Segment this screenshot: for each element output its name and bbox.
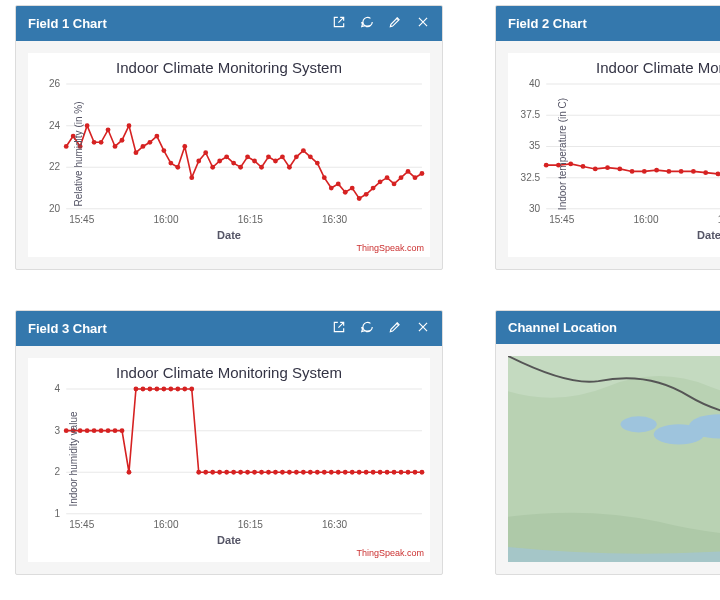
- svg-point-87: [654, 168, 659, 173]
- svg-point-158: [329, 470, 334, 475]
- svg-point-28: [175, 165, 180, 170]
- svg-point-176: [621, 416, 657, 432]
- svg-point-136: [175, 387, 180, 392]
- x-axis-label: Date: [28, 229, 430, 243]
- svg-point-162: [357, 470, 362, 475]
- chart-title: Indoor Climate Monitoring System: [508, 53, 720, 78]
- svg-point-22: [134, 150, 139, 155]
- svg-point-60: [399, 175, 404, 180]
- svg-point-159: [336, 470, 341, 475]
- svg-point-61: [406, 169, 411, 174]
- edit-icon[interactable]: [388, 15, 402, 32]
- svg-text:37.5: 37.5: [521, 109, 541, 120]
- svg-point-141: [210, 470, 215, 475]
- svg-point-49: [322, 175, 327, 180]
- svg-point-91: [703, 170, 708, 175]
- comment-icon[interactable]: [360, 320, 374, 337]
- svg-point-25: [154, 134, 159, 139]
- map-area[interactable]: [508, 356, 720, 562]
- svg-point-12: [64, 144, 69, 149]
- svg-point-47: [308, 154, 313, 159]
- svg-point-62: [413, 175, 418, 180]
- svg-point-31: [196, 159, 201, 164]
- svg-point-174: [654, 424, 704, 444]
- svg-point-154: [301, 470, 306, 475]
- svg-text:16:00: 16:00: [153, 214, 179, 225]
- svg-point-129: [127, 470, 132, 475]
- svg-point-153: [294, 470, 299, 475]
- panel-body-field3: Indoor Climate Monitoring System Indoor …: [28, 358, 430, 562]
- svg-point-55: [364, 192, 369, 197]
- svg-point-24: [147, 140, 152, 145]
- svg-point-44: [287, 165, 292, 170]
- popout-icon[interactable]: [332, 320, 346, 337]
- popout-icon[interactable]: [332, 15, 346, 32]
- comment-icon[interactable]: [360, 15, 374, 32]
- svg-point-53: [350, 186, 355, 191]
- svg-text:40: 40: [529, 78, 541, 89]
- svg-point-90: [691, 169, 696, 174]
- svg-point-46: [301, 148, 306, 153]
- svg-point-123: [85, 428, 90, 433]
- line-chart-field1: 2022242615:4516:0016:1516:30: [28, 78, 430, 229]
- svg-text:15:45: 15:45: [69, 519, 95, 530]
- svg-text:32.5: 32.5: [521, 172, 541, 183]
- svg-point-145: [238, 470, 243, 475]
- svg-point-36: [231, 161, 236, 166]
- svg-point-168: [399, 470, 404, 475]
- svg-point-132: [147, 387, 152, 392]
- svg-point-29: [182, 144, 187, 149]
- svg-point-127: [113, 428, 118, 433]
- svg-point-50: [329, 186, 334, 191]
- svg-point-85: [630, 169, 635, 174]
- svg-point-161: [350, 470, 355, 475]
- edit-icon[interactable]: [388, 320, 402, 337]
- chart-area-field1: Relative humidity (in %) 2022242615:4516…: [28, 78, 430, 229]
- chart-area-field2: Indoor temperature (in C) 3032.53537.540…: [508, 78, 720, 229]
- svg-point-146: [245, 470, 250, 475]
- svg-point-23: [141, 144, 146, 149]
- svg-point-38: [245, 154, 250, 159]
- line-chart-field3: 123415:4516:0016:1516:30: [28, 383, 430, 534]
- svg-point-59: [392, 181, 397, 186]
- svg-point-35: [224, 154, 229, 159]
- svg-point-43: [280, 154, 285, 159]
- svg-point-20: [120, 138, 125, 143]
- chart-title: Indoor Climate Monitoring System: [28, 53, 430, 78]
- line-chart-field2: 3032.53537.54015:4516:0016:1516:30: [508, 78, 720, 229]
- svg-point-17: [99, 140, 104, 145]
- x-axis-label: Date: [28, 534, 430, 548]
- svg-text:15:45: 15:45: [69, 214, 95, 225]
- svg-point-39: [252, 159, 257, 164]
- chart-credit: ThingSpeak.com: [508, 243, 720, 257]
- svg-point-134: [161, 387, 166, 392]
- svg-point-157: [322, 470, 327, 475]
- close-icon[interactable]: [416, 15, 430, 32]
- map-terrain: [508, 356, 720, 562]
- svg-point-138: [189, 387, 194, 392]
- svg-point-149: [266, 470, 271, 475]
- chart-credit: ThingSpeak.com: [28, 243, 430, 257]
- svg-point-15: [85, 123, 90, 128]
- svg-point-140: [203, 470, 208, 475]
- svg-text:16:30: 16:30: [322, 519, 348, 530]
- panel-header-location: Channel Location: [496, 311, 720, 344]
- svg-text:1: 1: [55, 508, 61, 519]
- svg-point-21: [127, 123, 132, 128]
- svg-text:16:30: 16:30: [322, 214, 348, 225]
- svg-point-128: [120, 428, 125, 433]
- svg-point-40: [259, 165, 264, 170]
- svg-point-147: [252, 470, 257, 475]
- svg-text:24: 24: [49, 120, 61, 131]
- svg-point-167: [392, 470, 397, 475]
- panel-tools: [332, 15, 430, 32]
- svg-point-166: [385, 470, 390, 475]
- svg-point-152: [287, 470, 292, 475]
- svg-text:3: 3: [55, 425, 61, 436]
- svg-point-30: [189, 175, 194, 180]
- close-icon[interactable]: [416, 320, 430, 337]
- svg-point-148: [259, 470, 264, 475]
- svg-point-131: [141, 387, 146, 392]
- svg-point-139: [196, 470, 201, 475]
- svg-point-83: [605, 165, 610, 170]
